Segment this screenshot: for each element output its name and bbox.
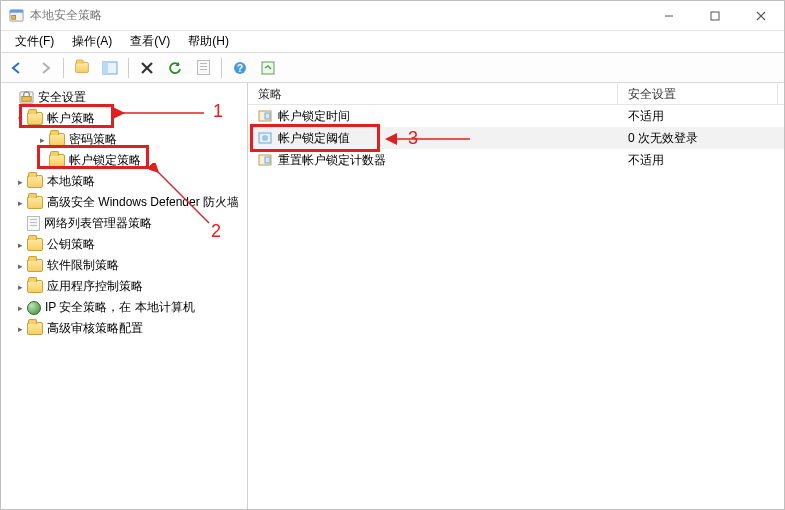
list-header: 策略 安全设置 [248, 83, 784, 105]
tree-item-software-restriction[interactable]: ▸ 软件限制策略 [5, 255, 247, 276]
tree-item-label: 本地策略 [43, 173, 95, 190]
policy-name: 帐户锁定时间 [278, 108, 350, 125]
setting-value: 不适用 [628, 108, 664, 125]
expander-open-icon[interactable]: ▾ [13, 112, 27, 126]
minimize-button[interactable] [646, 1, 692, 31]
expander-icon[interactable]: ▸ [13, 175, 27, 189]
svg-point-21 [262, 135, 268, 141]
security-settings-icon [19, 90, 34, 105]
expander-icon[interactable]: ▸ [35, 133, 49, 147]
tree-item-label: 应用程序控制策略 [43, 278, 143, 295]
tree-root-label: 安全设置 [34, 89, 86, 106]
menu-view[interactable]: 查看(V) [122, 31, 178, 52]
svg-rect-23 [265, 157, 270, 163]
tree-item-local-policies[interactable]: ▸ 本地策略 [5, 171, 247, 192]
tree-item-label: 软件限制策略 [43, 257, 119, 274]
forward-button[interactable] [33, 56, 57, 80]
menu-help[interactable]: 帮助(H) [180, 31, 237, 52]
window-title: 本地安全策略 [30, 7, 102, 24]
back-button[interactable] [5, 56, 29, 80]
close-button[interactable] [738, 1, 784, 31]
tree-item-label: 密码策略 [65, 131, 117, 148]
folder-icon [27, 322, 43, 335]
policy-icon [258, 153, 272, 167]
setting-value: 0 次无效登录 [628, 130, 698, 147]
export-button[interactable] [191, 56, 215, 80]
folder-icon [27, 175, 43, 188]
expander-icon[interactable]: ▸ [13, 259, 27, 273]
document-icon [27, 216, 40, 231]
window-title-wrap: 本地安全策略 [9, 7, 646, 24]
policy-name: 重置帐户锁定计数器 [278, 152, 386, 169]
setting-value: 不适用 [628, 152, 664, 169]
folder-icon [49, 133, 65, 146]
window-controls [646, 1, 784, 31]
title-bar: 本地安全策略 [1, 1, 784, 31]
svg-text:?: ? [237, 63, 243, 74]
list-pane: 策略 安全设置 帐户锁定时间 不适用 帐户锁定阈值 0 次无效登录 [248, 83, 784, 509]
cell-setting: 不适用 [618, 152, 778, 169]
tree-item-label: 帐户锁定策略 [65, 152, 141, 169]
tree-item-label: 高级审核策略配置 [43, 320, 143, 337]
tree-item-ip-security[interactable]: ▸ IP 安全策略，在 本地计算机 [5, 297, 247, 318]
tree-item-app-control[interactable]: ▸ 应用程序控制策略 [5, 276, 247, 297]
tree-item-password-policy[interactable]: ▸ 密码策略 [5, 129, 247, 150]
menu-action[interactable]: 操作(A) [64, 31, 120, 52]
expander-icon[interactable]: ▸ [13, 322, 27, 336]
menu-file[interactable]: 文件(F) [7, 31, 62, 52]
menu-bar: 文件(F) 操作(A) 查看(V) 帮助(H) [1, 31, 784, 53]
tree-root[interactable]: ▶ 安全设置 [5, 87, 247, 108]
tree-item-label: 网络列表管理器策略 [40, 215, 152, 232]
tree-pane[interactable]: ▶ 安全设置 ▾ 帐户策略 ▸ 密码策略 ▶ 帐户锁定策略 [1, 83, 248, 509]
svg-rect-19 [265, 113, 270, 119]
folder-icon [27, 196, 43, 209]
expander-icon[interactable]: ▸ [13, 238, 27, 252]
list-row[interactable]: 重置帐户锁定计数器 不适用 [248, 149, 784, 171]
properties-button[interactable] [256, 56, 280, 80]
showhide-tree-button[interactable] [98, 56, 122, 80]
app-icon [9, 8, 24, 23]
refresh-button[interactable] [163, 56, 187, 80]
tree-item-label: IP 安全策略，在 本地计算机 [41, 299, 195, 316]
expander-icon[interactable]: ▸ [13, 301, 27, 315]
folder-icon [27, 112, 43, 125]
globe-icon [27, 301, 41, 315]
column-header-setting[interactable]: 安全设置 [618, 83, 778, 104]
window: 本地安全策略 文件(F) 操作(A) 查看(V) 帮助(H) ? [0, 0, 785, 510]
tree-item-label: 高级安全 Windows Defender 防火墙 [43, 194, 238, 211]
tree-item-account-lockout-policy[interactable]: ▶ 帐户锁定策略 [5, 150, 247, 171]
tree-item-advanced-audit[interactable]: ▸ 高级审核策略配置 [5, 318, 247, 339]
expander-icon[interactable]: ▸ [13, 280, 27, 294]
document-icon [197, 60, 210, 75]
svg-rect-13 [262, 62, 274, 74]
tree-item-public-key[interactable]: ▸ 公钥策略 [5, 234, 247, 255]
svg-rect-15 [22, 97, 31, 102]
folder-icon [49, 154, 65, 167]
tree-item-defender-firewall[interactable]: ▸ 高级安全 Windows Defender 防火墙 [5, 192, 247, 213]
list-row-selected[interactable]: 帐户锁定阈值 0 次无效登录 [248, 127, 784, 149]
toolbar-separator [128, 58, 129, 78]
cell-setting: 不适用 [618, 108, 778, 125]
folder-icon [27, 280, 43, 293]
list-row[interactable]: 帐户锁定时间 不适用 [248, 105, 784, 127]
body: ▶ 安全设置 ▾ 帐户策略 ▸ 密码策略 ▶ 帐户锁定策略 [1, 83, 784, 509]
help-button[interactable]: ? [228, 56, 252, 80]
toolbar: ? [1, 53, 784, 83]
column-header-policy[interactable]: 策略 [248, 83, 618, 104]
policy-icon [258, 131, 272, 145]
toolbar-separator [221, 58, 222, 78]
up-button[interactable] [70, 56, 94, 80]
cell-policy: 帐户锁定阈值 [248, 130, 618, 147]
maximize-button[interactable] [692, 1, 738, 31]
cell-setting: 0 次无效登录 [618, 130, 778, 147]
delete-button[interactable] [135, 56, 159, 80]
folder-icon [27, 259, 43, 272]
tree-item-label: 公钥策略 [43, 236, 95, 253]
policy-name: 帐户锁定阈值 [278, 130, 350, 147]
folder-icon [27, 238, 43, 251]
svg-rect-8 [103, 62, 108, 74]
expander-icon[interactable]: ▸ [13, 196, 27, 210]
svg-rect-2 [12, 16, 16, 20]
tree-item-network-list[interactable]: ▶ 网络列表管理器策略 [5, 213, 247, 234]
tree-item-account-policies[interactable]: ▾ 帐户策略 [5, 108, 247, 129]
